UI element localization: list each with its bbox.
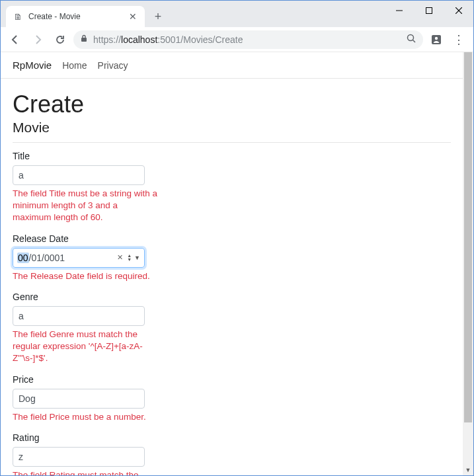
date-stepper[interactable]: ▲▼ xyxy=(127,254,132,262)
rating-error: The field Rating must match the regular … xyxy=(13,469,158,475)
browser-menu-button[interactable]: ⋮ xyxy=(450,30,468,49)
address-bar[interactable]: https://localhost:5001/Movies/Create xyxy=(73,30,423,49)
clear-date-icon[interactable]: ✕ xyxy=(116,253,124,262)
title-label: Title xyxy=(13,151,165,161)
page-subtitle: Movie xyxy=(13,120,451,136)
maximize-button[interactable] xyxy=(414,1,444,20)
title-error: The field Title must be a string with a … xyxy=(13,188,158,224)
divider xyxy=(13,142,451,143)
browser-tab[interactable]: 🗎 Create - Movie ✕ xyxy=(6,6,145,27)
forward-button[interactable] xyxy=(28,30,47,49)
svg-rect-4 xyxy=(81,38,87,42)
window-controls xyxy=(384,1,473,20)
reload-button[interactable] xyxy=(51,30,69,49)
rating-label: Rating xyxy=(13,432,165,443)
tab-title: Create - Movie xyxy=(28,12,128,21)
nav-link-privacy[interactable]: Privacy xyxy=(98,60,128,71)
brand-link[interactable]: RpMovie xyxy=(13,60,52,71)
titlebar: 🗎 Create - Movie ✕ + xyxy=(1,1,473,27)
page-favicon-icon: 🗎 xyxy=(13,11,23,22)
form: Title The field Title must be a string w… xyxy=(13,151,165,475)
field-rating: Rating The field Rating must match the r… xyxy=(13,432,165,475)
price-input[interactable] xyxy=(13,389,145,409)
genre-label: Genre xyxy=(13,292,165,302)
scroll-down-icon[interactable]: ▼ xyxy=(463,465,473,475)
field-price: Price The field Price must be a number. xyxy=(13,374,165,423)
release-date-value: 00/01/0001 xyxy=(17,253,113,263)
field-title: Title The field Title must be a string w… xyxy=(13,151,165,224)
svg-point-8 xyxy=(435,36,438,39)
nav-link-home[interactable]: Home xyxy=(62,60,87,71)
browser-toolbar: https://localhost:5001/Movies/Create ⋮ xyxy=(1,27,473,52)
main-container: Create Movie Title The field Title must … xyxy=(1,79,463,475)
genre-input[interactable] xyxy=(13,306,145,326)
page-viewport: RpMovie Home Privacy Create Movie Title … xyxy=(1,52,473,475)
url-text: https://localhost:5001/Movies/Create xyxy=(93,34,401,45)
release-date-label: Release Date xyxy=(13,233,165,244)
rating-input[interactable] xyxy=(13,447,145,467)
svg-point-5 xyxy=(408,35,414,41)
svg-rect-1 xyxy=(426,8,432,14)
genre-error: The field Genre must match the regular e… xyxy=(13,329,158,365)
price-error: The field Price must be a number. xyxy=(13,411,158,423)
page-content: RpMovie Home Privacy Create Movie Title … xyxy=(1,52,463,475)
svg-line-6 xyxy=(413,40,416,43)
minimize-button[interactable] xyxy=(384,1,414,20)
search-icon[interactable] xyxy=(406,33,416,46)
price-label: Price xyxy=(13,374,165,385)
field-release-date: Release Date 00/01/0001 ✕ ▲▼ ▼ The Relea… xyxy=(13,233,165,282)
lock-icon xyxy=(80,34,88,44)
page-title: Create xyxy=(13,91,451,118)
scrollbar[interactable]: ▲ ▼ xyxy=(463,52,473,475)
release-date-error: The Release Date field is required. xyxy=(13,270,158,282)
new-tab-button[interactable]: + xyxy=(149,7,167,26)
browser-window: 🗎 Create - Movie ✕ + xyxy=(0,0,474,476)
date-picker-icon[interactable]: ▼ xyxy=(134,255,140,261)
title-input[interactable] xyxy=(13,165,145,185)
release-date-input[interactable]: 00/01/0001 ✕ ▲▼ ▼ xyxy=(13,248,145,268)
account-icon[interactable] xyxy=(427,30,446,49)
field-genre: Genre The field Genre must match the reg… xyxy=(13,292,165,365)
scrollbar-thumb[interactable] xyxy=(464,52,472,422)
back-button[interactable] xyxy=(6,30,24,49)
app-navbar: RpMovie Home Privacy xyxy=(1,52,463,79)
close-tab-icon[interactable]: ✕ xyxy=(128,11,138,22)
close-window-button[interactable] xyxy=(444,1,473,20)
